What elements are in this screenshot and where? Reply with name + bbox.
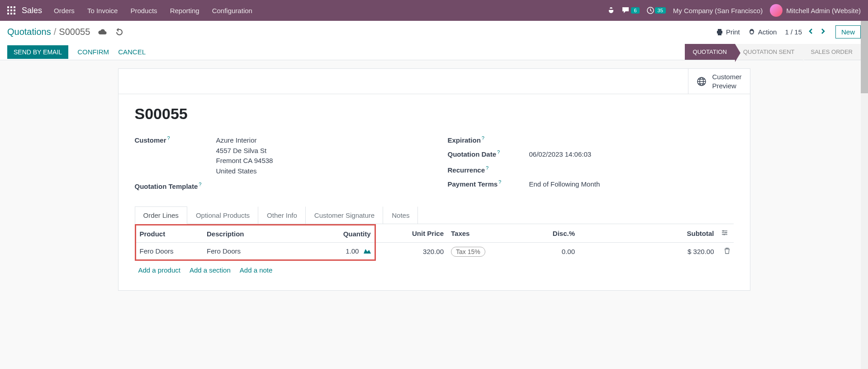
menu-to-invoice[interactable]: To Invoice	[87, 7, 118, 14]
expiration-label: Expiration?	[448, 135, 529, 144]
cell-disc[interactable]: 0.00	[511, 243, 579, 260]
confirm-button[interactable]: CONFIRM	[77, 48, 109, 56]
breadcrumb-sep: /	[54, 27, 57, 37]
vertical-scrollbar[interactable]	[861, 21, 868, 309]
quotation-date-label: Quotation Date?	[448, 149, 529, 158]
cell-taxes[interactable]: Tax 15%	[447, 243, 511, 260]
activities-icon[interactable]: 35	[647, 7, 666, 14]
svg-point-14	[723, 234, 725, 235]
th-quantity: Quantity	[316, 225, 375, 243]
discard-icon[interactable]	[115, 28, 123, 36]
action-button[interactable]: Action	[748, 28, 777, 36]
svg-rect-4	[10, 10, 12, 11]
adjust-columns-icon[interactable]	[721, 230, 728, 237]
control-panel: Quotations / S00055 Print Action 1 / 15	[0, 21, 868, 60]
help-icon[interactable]: ?	[199, 182, 201, 187]
th-taxes: Taxes	[447, 225, 511, 243]
cell-unit-price[interactable]: 320.00	[375, 243, 447, 260]
customer-label: Customer?	[135, 135, 216, 144]
tab-other-info[interactable]: Other Info	[258, 206, 306, 224]
customer-value[interactable]: Azure Interior 4557 De Silva St Fremont …	[216, 135, 421, 176]
pager-prev[interactable]	[806, 26, 815, 38]
svg-point-12	[722, 230, 724, 232]
help-icon[interactable]: ?	[497, 149, 500, 155]
th-disc: Disc.%	[511, 225, 579, 243]
action-label: Action	[758, 28, 777, 36]
pager-next[interactable]	[819, 26, 827, 38]
status-quotation[interactable]: QUOTATION	[685, 44, 735, 60]
add-note-link[interactable]: Add a note	[240, 266, 273, 274]
tab-notes[interactable]: Notes	[383, 206, 418, 224]
th-description: Description	[203, 225, 316, 243]
order-lines-table: Product Description Quantity Unit Price …	[135, 224, 734, 261]
help-icon[interactable]: ?	[482, 135, 484, 141]
cancel-button[interactable]: CANCEL	[118, 48, 146, 56]
tab-order-lines[interactable]: Order Lines	[135, 206, 187, 224]
print-label: Print	[726, 28, 740, 36]
menu-orders[interactable]: Orders	[54, 7, 75, 14]
print-button[interactable]: Print	[716, 28, 740, 36]
statusbar: QUOTATION QUOTATION SENT SALES ORDER	[685, 44, 861, 60]
messages-badge: 6	[631, 7, 639, 14]
customer-preview-button[interactable]: CustomerPreview	[688, 69, 749, 94]
bug-icon[interactable]	[607, 7, 615, 14]
svg-rect-3	[7, 10, 9, 11]
breadcrumb: Quotations / S00055	[7, 27, 90, 37]
activities-badge: 35	[655, 7, 666, 14]
help-icon[interactable]: ?	[167, 135, 170, 141]
new-button[interactable]: New	[835, 25, 861, 38]
menu-reporting[interactable]: Reporting	[170, 7, 199, 14]
chart-area-icon[interactable]	[364, 247, 371, 255]
quotation-template-label: Quotation Template?	[135, 182, 216, 190]
add-section-link[interactable]: Add a section	[190, 266, 231, 274]
status-sales-order[interactable]: SALES ORDER	[803, 44, 861, 60]
form-background: CustomerPreview S00055 Customer? Azure I…	[0, 68, 868, 309]
app-name[interactable]: Sales	[22, 6, 42, 15]
th-product: Product	[135, 225, 203, 243]
pager: 1 / 15	[785, 26, 827, 38]
svg-rect-8	[14, 13, 15, 14]
cell-actions	[718, 243, 734, 260]
messages-icon[interactable]: 6	[622, 7, 639, 14]
form-left-column: Customer? Azure Interior 4557 De Silva S…	[135, 135, 421, 196]
quotation-date-value[interactable]: 06/02/2023 14:06:03	[529, 149, 734, 160]
cloud-save-icon[interactable]	[98, 29, 107, 36]
help-icon[interactable]: ?	[498, 179, 501, 185]
add-line-links: Add a product Add a section Add a note	[135, 261, 734, 279]
cell-description[interactable]: Fero Doors	[203, 243, 316, 260]
pager-value[interactable]: 1 / 15	[785, 28, 802, 36]
form-right-column: Expiration? Quotation Date? 06/02/2023 1…	[448, 135, 734, 196]
tab-optional-products[interactable]: Optional Products	[187, 206, 258, 224]
company-switcher[interactable]: My Company (San Francisco)	[673, 7, 763, 14]
form-sheet: CustomerPreview S00055 Customer? Azure I…	[118, 68, 750, 291]
th-adjust	[718, 225, 734, 243]
button-box: CustomerPreview	[119, 69, 750, 94]
send-by-email-button[interactable]: SEND BY EMAIL	[7, 45, 68, 59]
help-icon[interactable]: ?	[486, 165, 489, 171]
tab-customer-signature[interactable]: Customer Signature	[306, 206, 383, 224]
th-unit-price: Unit Price	[375, 225, 447, 243]
menu-configuration[interactable]: Configuration	[212, 7, 252, 14]
apps-icon[interactable]	[7, 6, 15, 14]
avatar	[770, 4, 783, 17]
cell-quantity[interactable]: 1.00	[316, 243, 375, 260]
status-quotation-sent[interactable]: QUOTATION SENT	[735, 44, 803, 60]
table-row[interactable]: Fero Doors Fero Doors 1.00 320.00 Tax 15…	[135, 243, 734, 260]
user-name: Mitchell Admin (Website)	[786, 7, 861, 14]
globe-icon	[697, 77, 707, 86]
trash-icon[interactable]	[724, 248, 730, 255]
stat-btn-label: CustomerPreview	[712, 72, 741, 90]
add-product-link[interactable]: Add a product	[138, 266, 180, 274]
gear-icon	[748, 29, 755, 36]
tabs: Order Lines Optional Products Other Info…	[135, 206, 734, 224]
menu-products[interactable]: Products	[130, 7, 157, 14]
scrollbar-thumb[interactable]	[861, 21, 868, 93]
payment-terms-value[interactable]: End of Following Month	[529, 179, 734, 190]
cell-product[interactable]: Fero Doors	[135, 243, 203, 260]
record-title: S00055	[135, 105, 734, 123]
svg-point-13	[725, 232, 726, 234]
breadcrumb-parent[interactable]: Quotations	[7, 27, 51, 37]
user-menu[interactable]: Mitchell Admin (Website)	[770, 4, 861, 17]
tax-chip[interactable]: Tax 15%	[451, 247, 485, 257]
topnav-right: 6 35 My Company (San Francisco) Mitchell…	[607, 4, 861, 17]
